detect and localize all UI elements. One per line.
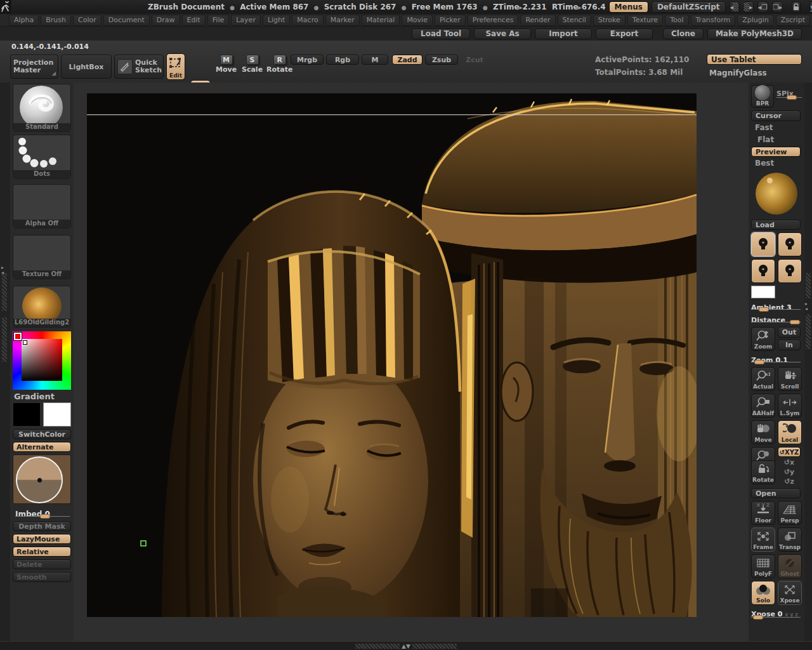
depth-mask-button[interactable]: Depth Mask (13, 521, 71, 531)
menu-item[interactable]: Light (263, 15, 290, 26)
import-button[interactable]: Import (535, 29, 592, 39)
zoom-in-button[interactable]: In (778, 340, 801, 350)
transp-button[interactable]: Transp (778, 527, 802, 552)
actual-button[interactable]: x1 Actual (751, 367, 775, 391)
menu-item[interactable]: Picker (435, 15, 466, 26)
panel-prev-icon[interactable]: ◂❐ (757, 1, 768, 13)
lightbox-button[interactable]: LightBox (61, 55, 112, 79)
secondary-color-swatch[interactable] (43, 402, 71, 427)
cursor-button[interactable]: Cursor (751, 110, 801, 121)
menu-item[interactable]: Preferences (468, 15, 519, 26)
menu-item[interactable]: Document (103, 15, 150, 26)
best-button[interactable]: Best (751, 157, 802, 169)
stroke-preview[interactable] (13, 454, 71, 504)
load-tool-button[interactable]: Load Tool (412, 29, 470, 39)
bottom-divider[interactable]: ▲▼ (0, 641, 812, 650)
mrgb-button[interactable]: Mrgb (291, 55, 324, 65)
zsub-button[interactable]: Zsub (425, 55, 458, 65)
preview-button[interactable]: Preview (751, 147, 801, 157)
m-button[interactable]: M (362, 55, 388, 65)
left-tray-divider[interactable]: ▸◂ (0, 83, 10, 641)
menu-item[interactable]: Tool (665, 15, 688, 26)
lsym-button[interactable]: L.Sym (778, 394, 802, 418)
texture-swatch[interactable]: Texture Off (13, 235, 71, 279)
menu-item[interactable]: Render (520, 15, 555, 26)
light-1-button[interactable] (751, 232, 775, 256)
move-view-button[interactable]: Move (751, 420, 775, 444)
rotate-z-button[interactable]: ↺z (784, 477, 794, 486)
imbed-slider[interactable]: Imbed 0 (15, 507, 70, 519)
xpose-slider[interactable]: Xpose 0 x y z (751, 607, 801, 620)
brush-swatch[interactable]: Standard (13, 84, 71, 132)
menu-item[interactable]: File (207, 15, 229, 26)
projection-master-button[interactable]: Projection Master ◢ (10, 55, 58, 79)
tray-toggle-icon[interactable]: ▸◂ (1, 265, 4, 275)
rotate-view-button[interactable]: Rotate (751, 460, 775, 484)
light-2-button[interactable] (778, 232, 802, 256)
rotate-xyz-button[interactable]: ↺XYZ (778, 447, 801, 457)
menu-item[interactable]: Draw (152, 15, 180, 26)
menu-item[interactable]: Zscript (776, 15, 810, 26)
scroll-button[interactable]: Scroll (778, 367, 802, 391)
open-tool-button[interactable]: Open (751, 488, 801, 498)
menu-item[interactable]: Edit (182, 15, 206, 26)
light-4-button[interactable] (778, 259, 802, 283)
menu-item[interactable]: Stencil (558, 15, 591, 26)
stroke-swatch[interactable]: Dots (13, 135, 71, 179)
persp-button[interactable]: Persp (778, 501, 802, 525)
menu-item[interactable]: Alpha (9, 15, 39, 26)
panel-next-icon[interactable]: ❐▸ (772, 1, 783, 13)
rotate-x-button[interactable]: ↺x (784, 458, 794, 467)
menu-item[interactable]: Marker (325, 15, 360, 26)
menu-item[interactable]: Texture (627, 15, 663, 26)
color-picker[interactable] (13, 331, 71, 390)
zadd-button[interactable]: Zadd (392, 55, 422, 65)
sv-square[interactable] (22, 339, 62, 381)
ambient-slider[interactable]: Ambient 3 (751, 300, 801, 312)
relative-button[interactable]: Relative (13, 547, 71, 557)
floor-button[interactable]: X Y Z Floor (751, 501, 775, 525)
rgb-button[interactable]: Rgb (326, 55, 359, 65)
light-dot-icon[interactable] (767, 178, 773, 183)
zoom-button[interactable]: Zoom (751, 327, 775, 351)
material-swatch[interactable]: L69OldGilding2 (13, 286, 71, 328)
tray-collapse-left-icon[interactable]: ◂░ (730, 1, 740, 13)
polyf-button[interactable]: PolyF (751, 554, 775, 578)
minimize-icon[interactable]: ▾̲ (809, 1, 812, 13)
alternate-button[interactable]: Alternate (13, 442, 71, 452)
xpose-button[interactable]: Xpose (778, 581, 802, 605)
divider-arrows-icon[interactable]: ▲▼ (400, 644, 412, 649)
magnify-glass-button[interactable]: MagnifyGlass (709, 69, 767, 77)
flat-button[interactable]: Flat (751, 133, 802, 145)
use-tablet-button[interactable]: Use Tablet (707, 54, 802, 65)
document-canvas[interactable] (87, 93, 697, 617)
quick-sketch-button[interactable]: Quick Sketch (114, 55, 164, 79)
menu-item[interactable]: Color (73, 15, 102, 26)
zoom-out-button[interactable]: Out (778, 327, 801, 338)
distance-slider[interactable]: Distance 100 (751, 313, 801, 324)
move-button[interactable]: M Move (216, 55, 237, 74)
default-zscript-button[interactable]: DefaultZScript (652, 1, 726, 13)
menu-item[interactable]: Stroke (593, 15, 625, 26)
alpha-swatch[interactable]: Alpha Off (13, 184, 71, 229)
menu-item[interactable]: Layer (231, 15, 261, 26)
load-light-button[interactable]: Load (751, 220, 801, 230)
zoom-slider[interactable]: Zoom 0.1 (751, 353, 801, 364)
menu-item[interactable]: Brush (41, 15, 71, 26)
scale-button[interactable]: S Scale (242, 55, 263, 74)
bpr-button[interactable]: BPR (751, 85, 774, 108)
make-polymesh3d-button[interactable]: Make PolyMesh3D (707, 29, 802, 39)
lazymouse-button[interactable]: LazyMouse (13, 534, 71, 544)
menu-item[interactable]: Transform (691, 15, 736, 26)
right-tray-divider[interactable]: ▸◂ (804, 83, 812, 641)
fast-button[interactable]: Fast (751, 121, 802, 133)
zbrush-logo-icon[interactable] (0, 0, 11, 14)
tray-toggle-icon[interactable]: ▸◂ (805, 302, 808, 312)
menu-item[interactable]: Material (362, 15, 400, 26)
lock-icon[interactable] (792, 1, 801, 13)
menus-button[interactable]: Menus (609, 1, 648, 13)
rotate-y-button[interactable]: ↺y (784, 468, 794, 476)
frame-button[interactable]: Frame (751, 527, 775, 552)
clone-button[interactable]: Clone (663, 29, 704, 39)
gradient-label[interactable]: Gradient (13, 390, 71, 402)
